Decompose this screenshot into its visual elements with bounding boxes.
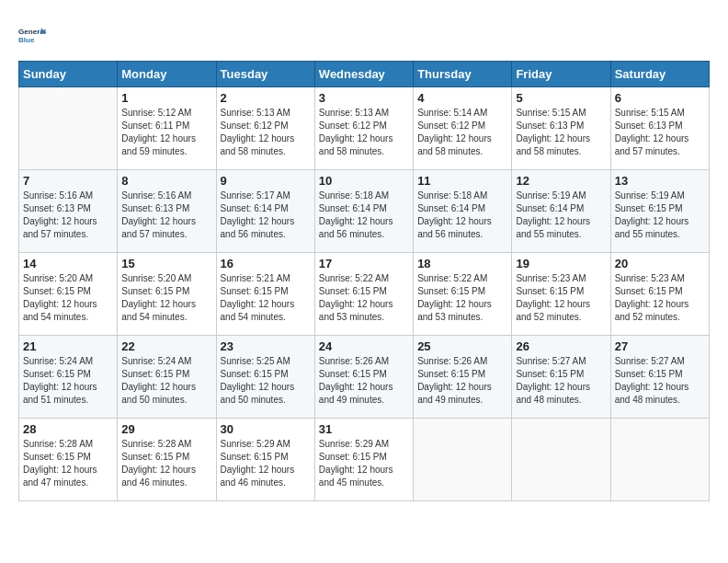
calendar-cell: 25Sunrise: 5:26 AM Sunset: 6:15 PM Dayli… bbox=[414, 336, 512, 419]
calendar-cell: 12Sunrise: 5:19 AM Sunset: 6:14 PM Dayli… bbox=[512, 170, 610, 253]
day-number: 7 bbox=[23, 174, 113, 188]
day-of-week-header: Friday bbox=[512, 62, 610, 87]
calendar-cell bbox=[512, 419, 610, 501]
day-number: 4 bbox=[417, 91, 507, 105]
day-number: 14 bbox=[23, 257, 113, 270]
day-info: Sunrise: 5:26 AM Sunset: 6:15 PM Dayligh… bbox=[319, 355, 409, 407]
day-number: 27 bbox=[615, 339, 705, 353]
calendar-cell: 7Sunrise: 5:16 AM Sunset: 6:13 PM Daylig… bbox=[19, 170, 118, 253]
page-header: GeneralBlue bbox=[18, 18, 710, 52]
calendar-cell: 5Sunrise: 5:15 AM Sunset: 6:13 PM Daylig… bbox=[512, 87, 610, 170]
day-info: Sunrise: 5:16 AM Sunset: 6:13 PM Dayligh… bbox=[23, 190, 113, 241]
day-info: Sunrise: 5:26 AM Sunset: 6:15 PM Dayligh… bbox=[417, 355, 507, 407]
day-info: Sunrise: 5:19 AM Sunset: 6:15 PM Dayligh… bbox=[615, 190, 705, 241]
calendar-cell: 8Sunrise: 5:16 AM Sunset: 6:13 PM Daylig… bbox=[118, 170, 216, 253]
day-of-week-header: Wednesday bbox=[314, 62, 413, 87]
calendar-cell: 9Sunrise: 5:17 AM Sunset: 6:14 PM Daylig… bbox=[216, 170, 314, 253]
day-info: Sunrise: 5:20 AM Sunset: 6:15 PM Dayligh… bbox=[121, 272, 211, 324]
calendar-cell bbox=[414, 419, 512, 501]
day-info: Sunrise: 5:16 AM Sunset: 6:13 PM Dayligh… bbox=[121, 190, 211, 241]
day-number: 2 bbox=[221, 91, 311, 105]
day-number: 12 bbox=[516, 174, 606, 188]
day-number: 30 bbox=[221, 422, 311, 436]
day-number: 5 bbox=[516, 91, 606, 105]
calendar-cell: 17Sunrise: 5:22 AM Sunset: 6:15 PM Dayli… bbox=[314, 253, 413, 336]
day-info: Sunrise: 5:29 AM Sunset: 6:15 PM Dayligh… bbox=[221, 438, 311, 489]
day-of-week-header: Monday bbox=[118, 62, 216, 87]
day-info: Sunrise: 5:15 AM Sunset: 6:13 PM Dayligh… bbox=[516, 107, 606, 158]
day-of-week-header: Tuesday bbox=[216, 62, 314, 87]
calendar-week-row: 21Sunrise: 5:24 AM Sunset: 6:15 PM Dayli… bbox=[19, 336, 710, 419]
day-number: 28 bbox=[23, 422, 113, 436]
day-of-week-header: Thursday bbox=[414, 62, 512, 87]
day-info: Sunrise: 5:14 AM Sunset: 6:12 PM Dayligh… bbox=[417, 107, 507, 158]
day-number: 6 bbox=[615, 91, 705, 105]
day-info: Sunrise: 5:27 AM Sunset: 6:15 PM Dayligh… bbox=[615, 355, 705, 407]
calendar-cell: 21Sunrise: 5:24 AM Sunset: 6:15 PM Dayli… bbox=[19, 336, 118, 419]
day-number: 10 bbox=[319, 174, 409, 188]
day-info: Sunrise: 5:18 AM Sunset: 6:14 PM Dayligh… bbox=[319, 190, 409, 241]
calendar-cell: 16Sunrise: 5:21 AM Sunset: 6:15 PM Dayli… bbox=[216, 253, 314, 336]
calendar-cell: 18Sunrise: 5:22 AM Sunset: 6:15 PM Dayli… bbox=[414, 253, 512, 336]
day-info: Sunrise: 5:23 AM Sunset: 6:15 PM Dayligh… bbox=[615, 272, 705, 324]
day-info: Sunrise: 5:19 AM Sunset: 6:14 PM Dayligh… bbox=[516, 190, 606, 241]
day-number: 17 bbox=[319, 257, 409, 270]
calendar-cell: 31Sunrise: 5:29 AM Sunset: 6:15 PM Dayli… bbox=[314, 419, 413, 501]
day-number: 21 bbox=[23, 339, 113, 353]
day-number: 11 bbox=[417, 174, 507, 188]
day-info: Sunrise: 5:20 AM Sunset: 6:15 PM Dayligh… bbox=[23, 272, 113, 324]
day-info: Sunrise: 5:28 AM Sunset: 6:15 PM Dayligh… bbox=[121, 438, 211, 489]
day-number: 26 bbox=[516, 339, 606, 353]
day-info: Sunrise: 5:17 AM Sunset: 6:14 PM Dayligh… bbox=[221, 190, 311, 241]
day-number: 20 bbox=[615, 257, 705, 270]
calendar-cell bbox=[19, 87, 118, 170]
day-info: Sunrise: 5:22 AM Sunset: 6:15 PM Dayligh… bbox=[417, 272, 507, 324]
day-info: Sunrise: 5:13 AM Sunset: 6:12 PM Dayligh… bbox=[319, 107, 409, 158]
day-number: 18 bbox=[417, 257, 507, 270]
calendar-cell: 3Sunrise: 5:13 AM Sunset: 6:12 PM Daylig… bbox=[314, 87, 413, 170]
day-number: 13 bbox=[615, 174, 705, 188]
calendar-cell: 29Sunrise: 5:28 AM Sunset: 6:15 PM Dayli… bbox=[118, 419, 216, 501]
calendar-table: SundayMondayTuesdayWednesdayThursdayFrid… bbox=[18, 61, 710, 501]
calendar-week-row: 28Sunrise: 5:28 AM Sunset: 6:15 PM Dayli… bbox=[19, 419, 710, 501]
calendar-cell: 11Sunrise: 5:18 AM Sunset: 6:14 PM Dayli… bbox=[414, 170, 512, 253]
day-of-week-header: Saturday bbox=[610, 62, 709, 87]
day-info: Sunrise: 5:22 AM Sunset: 6:15 PM Dayligh… bbox=[319, 272, 409, 324]
day-number: 23 bbox=[221, 339, 311, 353]
calendar-cell: 14Sunrise: 5:20 AM Sunset: 6:15 PM Dayli… bbox=[19, 253, 118, 336]
day-number: 31 bbox=[319, 422, 409, 436]
day-info: Sunrise: 5:23 AM Sunset: 6:15 PM Dayligh… bbox=[516, 272, 606, 324]
day-number: 3 bbox=[319, 91, 409, 105]
logo: GeneralBlue bbox=[18, 18, 51, 52]
day-info: Sunrise: 5:24 AM Sunset: 6:15 PM Dayligh… bbox=[121, 355, 211, 407]
day-info: Sunrise: 5:27 AM Sunset: 6:15 PM Dayligh… bbox=[516, 355, 606, 407]
calendar-cell: 6Sunrise: 5:15 AM Sunset: 6:13 PM Daylig… bbox=[610, 87, 709, 170]
day-number: 22 bbox=[121, 339, 211, 353]
day-info: Sunrise: 5:24 AM Sunset: 6:15 PM Dayligh… bbox=[23, 355, 113, 407]
calendar-cell: 22Sunrise: 5:24 AM Sunset: 6:15 PM Dayli… bbox=[118, 336, 216, 419]
calendar-cell: 26Sunrise: 5:27 AM Sunset: 6:15 PM Dayli… bbox=[512, 336, 610, 419]
calendar-cell: 30Sunrise: 5:29 AM Sunset: 6:15 PM Dayli… bbox=[216, 419, 314, 501]
calendar-week-row: 1Sunrise: 5:12 AM Sunset: 6:11 PM Daylig… bbox=[19, 87, 710, 170]
day-number: 19 bbox=[516, 257, 606, 270]
calendar-cell: 24Sunrise: 5:26 AM Sunset: 6:15 PM Dayli… bbox=[314, 336, 413, 419]
day-number: 1 bbox=[121, 91, 211, 105]
calendar-cell: 13Sunrise: 5:19 AM Sunset: 6:15 PM Dayli… bbox=[610, 170, 709, 253]
day-info: Sunrise: 5:21 AM Sunset: 6:15 PM Dayligh… bbox=[221, 272, 311, 324]
calendar-cell bbox=[610, 419, 709, 501]
day-info: Sunrise: 5:15 AM Sunset: 6:13 PM Dayligh… bbox=[615, 107, 705, 158]
day-number: 29 bbox=[121, 422, 211, 436]
calendar-cell: 27Sunrise: 5:27 AM Sunset: 6:15 PM Dayli… bbox=[610, 336, 709, 419]
calendar-body: 1Sunrise: 5:12 AM Sunset: 6:11 PM Daylig… bbox=[19, 87, 710, 501]
calendar-cell: 4Sunrise: 5:14 AM Sunset: 6:12 PM Daylig… bbox=[414, 87, 512, 170]
day-info: Sunrise: 5:12 AM Sunset: 6:11 PM Dayligh… bbox=[121, 107, 211, 158]
day-number: 24 bbox=[319, 339, 409, 353]
calendar-week-row: 7Sunrise: 5:16 AM Sunset: 6:13 PM Daylig… bbox=[19, 170, 710, 253]
calendar-cell: 19Sunrise: 5:23 AM Sunset: 6:15 PM Dayli… bbox=[512, 253, 610, 336]
day-info: Sunrise: 5:25 AM Sunset: 6:15 PM Dayligh… bbox=[221, 355, 311, 407]
calendar-header-row: SundayMondayTuesdayWednesdayThursdayFrid… bbox=[19, 62, 710, 87]
day-number: 15 bbox=[121, 257, 211, 270]
day-number: 8 bbox=[121, 174, 211, 188]
day-number: 16 bbox=[221, 257, 311, 270]
day-info: Sunrise: 5:28 AM Sunset: 6:15 PM Dayligh… bbox=[23, 438, 113, 489]
